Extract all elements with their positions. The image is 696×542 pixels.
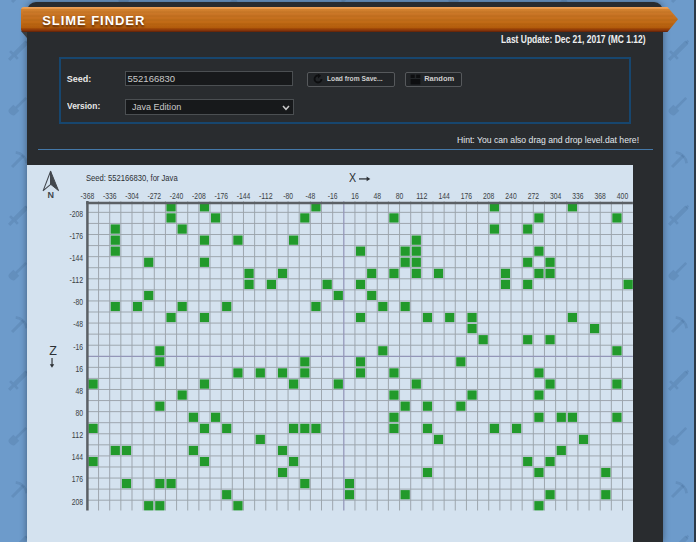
svg-text:-208: -208 (192, 191, 206, 201)
svg-text:-272: -272 (148, 191, 162, 201)
svg-text:-368: -368 (81, 191, 95, 201)
svg-text:N: N (48, 190, 55, 200)
svg-text:-176: -176 (214, 191, 228, 201)
svg-text:-112: -112 (70, 275, 84, 285)
svg-text:-144: -144 (70, 253, 84, 263)
svg-text:80: 80 (76, 408, 84, 418)
svg-text:208: 208 (72, 497, 84, 507)
svg-text:-112: -112 (259, 191, 273, 201)
svg-text:-144: -144 (237, 191, 251, 201)
svg-text:-48: -48 (306, 191, 316, 201)
svg-text:80: 80 (396, 191, 404, 201)
svg-text:16: 16 (76, 364, 84, 374)
svg-text:-80: -80 (73, 297, 83, 307)
svg-text:48: 48 (76, 386, 84, 396)
svg-text:176: 176 (461, 191, 473, 201)
svg-text:272: 272 (528, 191, 540, 201)
svg-text:-16: -16 (328, 191, 338, 201)
svg-text:240: 240 (505, 191, 517, 201)
svg-text:368: 368 (595, 191, 607, 201)
svg-text:-48: -48 (73, 319, 83, 329)
svg-text:-80: -80 (283, 191, 293, 201)
svg-text:-304: -304 (125, 191, 139, 201)
svg-text:400: 400 (617, 191, 629, 201)
svg-text:-16: -16 (73, 342, 83, 352)
svg-text:304: 304 (550, 191, 562, 201)
svg-text:144: 144 (72, 452, 84, 462)
svg-text:144: 144 (438, 191, 450, 201)
svg-text:208: 208 (483, 191, 495, 201)
svg-text:112: 112 (72, 430, 84, 440)
svg-text:112: 112 (416, 191, 428, 201)
svg-text:336: 336 (572, 191, 584, 201)
svg-text:-336: -336 (103, 191, 117, 201)
svg-text:-176: -176 (70, 231, 84, 241)
svg-text:48: 48 (373, 191, 381, 201)
svg-text:-208: -208 (70, 209, 84, 219)
svg-text:16: 16 (351, 191, 359, 201)
svg-text:176: 176 (72, 474, 84, 484)
svg-text:-240: -240 (170, 191, 184, 201)
